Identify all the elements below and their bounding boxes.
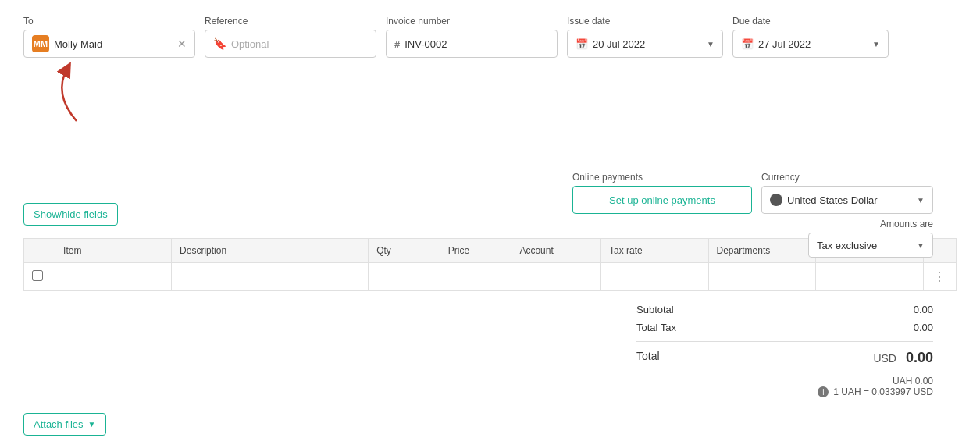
col-header-item: Item <box>55 239 172 263</box>
table-row: ⋮ <box>24 263 957 291</box>
currency-label: Currency <box>761 172 933 183</box>
amounts-are-value: Tax exclusive <box>817 240 912 251</box>
currency-value: United States Dollar <box>787 194 912 206</box>
row-more-icon[interactable]: ⋮ <box>932 269 948 284</box>
issue-date-input[interactable]: 📅 20 Jul 2022 ▼ <box>567 30 723 58</box>
row-checkbox-cell[interactable] <box>24 263 55 291</box>
annotation-arrow <box>23 62 957 133</box>
total-label: Total <box>636 350 660 366</box>
exchange-section: UAH 0.00 i 1 UAH = 0.033997 USD <box>23 376 957 397</box>
row-amount-cell <box>816 263 924 291</box>
attach-files-dropdown-icon[interactable]: ▼ <box>88 420 96 429</box>
bookmark-icon: 🔖 <box>213 37 226 50</box>
row-item-cell[interactable] <box>55 263 172 291</box>
total-currency: USD <box>873 352 896 365</box>
subtotal-row: Subtotal 0.00 <box>636 301 933 319</box>
subtotal-label: Subtotal <box>636 304 674 315</box>
to-label: To <box>23 16 195 27</box>
payments-currency-row: Online payments Set up online payments C… <box>572 172 933 214</box>
subtotal-value: 0.00 <box>914 304 933 315</box>
currency-icon <box>770 194 782 206</box>
col-header-departments: Departments <box>708 239 816 263</box>
invoice-number-field-group: Invoice number # INV-0002 <box>386 16 558 58</box>
issue-date-dropdown-icon: ▼ <box>707 40 715 48</box>
currency-field-group: Currency United States Dollar ▼ <box>761 172 933 214</box>
invoice-number-value: INV-0002 <box>404 38 447 50</box>
col-header-qty: Qty <box>369 239 440 263</box>
attach-files-label: Attach files <box>34 418 84 430</box>
currency-select[interactable]: United States Dollar ▼ <box>761 186 933 214</box>
amounts-are-label: Amounts are <box>880 219 933 230</box>
uah-value: UAH 0.00 <box>893 376 933 386</box>
issue-date-value: 20 Jul 2022 <box>593 38 645 50</box>
col-header-price: Price <box>440 239 511 263</box>
totals-table: Subtotal 0.00 Total Tax 0.00 Total USD 0… <box>636 301 933 369</box>
exchange-rate-text: 1 UAH = 0.033997 USD <box>833 386 933 397</box>
set-up-online-payments-button[interactable]: Set up online payments <box>572 186 752 214</box>
online-payments-group: Online payments Set up online payments <box>572 172 752 214</box>
total-value: 0.00 <box>906 350 933 366</box>
amounts-dropdown-icon: ▼ <box>917 241 925 250</box>
total-tax-row: Total Tax 0.00 <box>636 319 933 336</box>
invoice-number-label: Invoice number <box>386 16 558 27</box>
row-price-cell[interactable] <box>440 263 511 291</box>
to-value: Molly Maid <box>54 38 169 50</box>
col-header-description: Description <box>172 239 369 263</box>
issue-date-label: Issue date <box>567 16 723 27</box>
avatar: MM <box>32 35 49 52</box>
currency-dropdown-icon: ▼ <box>917 196 925 205</box>
totals-section: Subtotal 0.00 Total Tax 0.00 Total USD 0… <box>23 301 957 369</box>
due-date-dropdown-icon: ▼ <box>872 40 880 48</box>
due-date-label: Due date <box>732 16 889 27</box>
col-header-checkbox <box>24 239 55 263</box>
exchange-rate-row: i 1 UAH = 0.033997 USD <box>818 386 933 397</box>
attach-files-button[interactable]: Attach files ▼ <box>23 413 106 436</box>
clear-to-button[interactable]: ✕ <box>177 38 187 49</box>
due-calendar-icon: 📅 <box>741 38 754 50</box>
invoice-number-input[interactable]: # INV-0002 <box>386 30 558 58</box>
issue-date-field-group: Issue date 📅 20 Jul 2022 ▼ <box>567 16 723 58</box>
due-date-field-group: Due date 📅 27 Jul 2022 ▼ <box>732 16 889 58</box>
due-date-input[interactable]: 📅 27 Jul 2022 ▼ <box>732 30 889 58</box>
to-input[interactable]: MM Molly Maid ✕ <box>23 30 195 58</box>
reference-input[interactable]: 🔖 Optional <box>205 30 376 58</box>
total-tax-label: Total Tax <box>636 322 676 333</box>
row-account-cell[interactable] <box>511 263 601 291</box>
amounts-are-group: Amounts are Tax exclusive ▼ <box>808 219 933 258</box>
due-date-value: 27 Jul 2022 <box>758 38 811 50</box>
col-header-account: Account <box>511 239 601 263</box>
row-qty-cell[interactable] <box>369 263 440 291</box>
online-payments-label: Online payments <box>572 172 752 183</box>
total-main-row: Total USD 0.00 <box>636 341 933 369</box>
info-icon: i <box>818 386 829 397</box>
reference-placeholder: Optional <box>231 38 269 50</box>
hash-icon: # <box>394 38 400 50</box>
to-field-group: To MM Molly Maid ✕ <box>23 16 195 58</box>
col-header-taxrate: Tax rate <box>601 239 709 263</box>
row-description-cell[interactable] <box>172 263 369 291</box>
row-taxrate-cell[interactable] <box>601 263 709 291</box>
show-hide-fields-button[interactable]: Show/hide fields <box>23 203 118 226</box>
row-departments-cell[interactable] <box>708 263 816 291</box>
reference-label: Reference <box>205 16 376 27</box>
reference-field-group: Reference 🔖 Optional <box>205 16 376 58</box>
total-tax-value: 0.00 <box>914 322 933 333</box>
calendar-icon: 📅 <box>576 38 588 50</box>
amounts-are-select[interactable]: Tax exclusive ▼ <box>808 233 933 258</box>
row-actions-cell[interactable]: ⋮ <box>923 263 956 291</box>
